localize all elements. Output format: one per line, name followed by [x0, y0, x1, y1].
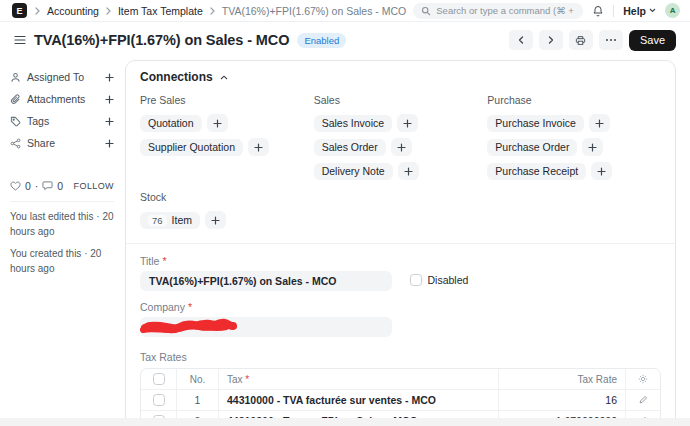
link-sales-invoice[interactable]: Sales Invoice — [314, 115, 392, 132]
add-purchase-order-button[interactable] — [582, 138, 603, 156]
link-purchase-invoice[interactable]: Purchase Invoice — [487, 115, 584, 132]
required-asterisk: * — [188, 301, 192, 313]
comment-count: 0 — [57, 180, 63, 192]
add-purchase-invoice-button[interactable] — [589, 114, 610, 132]
next-document-button[interactable] — [539, 30, 563, 50]
chevron-right-icon — [105, 7, 112, 15]
form-card: Connections Pre Sales Quotation Supplier… — [125, 60, 676, 426]
connections-header[interactable]: Connections — [140, 70, 661, 84]
sidebar-item-label: Attachments — [27, 93, 85, 105]
group-label: Sales — [314, 94, 488, 106]
user-avatar[interactable]: A — [665, 3, 680, 18]
assign-user-icon — [10, 72, 21, 83]
disabled-label: Disabled — [428, 274, 469, 286]
breadcrumb-item-tax-template[interactable]: Item Tax Template — [118, 5, 203, 17]
add-assignment-button[interactable] — [105, 73, 114, 82]
link-sales-order[interactable]: Sales Order — [314, 139, 386, 156]
company-field: Company * — [140, 301, 392, 337]
details-section: Title * TVA(16%)+FPI(1.67%) on Sales - M… — [126, 244, 675, 349]
sidebar-item-attachments[interactable]: Attachments — [10, 88, 114, 110]
global-search[interactable] — [413, 3, 583, 19]
title-field: Title * TVA(16%)+FPI(1.67%) on Sales - M… — [140, 255, 392, 291]
link-delivery-note[interactable]: Delivery Note — [314, 163, 393, 180]
connections-group-sales: Sales Sales Invoice Sales Order Delivery… — [314, 89, 488, 186]
breadcrumb: Accounting Item Tax Template TVA(16%)+FP… — [34, 5, 406, 17]
more-menu-button[interactable] — [599, 30, 623, 50]
add-sales-order-button[interactable] — [391, 138, 412, 156]
help-label: Help — [623, 5, 646, 17]
top-navbar: E Accounting Item Tax Template TVA(16%)+… — [0, 0, 690, 22]
link-quotation[interactable]: Quotation — [140, 115, 202, 132]
connections-group-purchase: Purchase Purchase Invoice Purchase Order… — [487, 89, 661, 186]
share-add-button[interactable] — [105, 139, 114, 148]
label-text: Title — [140, 255, 159, 267]
item-count-badge: 76 — [148, 215, 167, 226]
add-item-button[interactable] — [205, 211, 226, 229]
breadcrumb-accounting[interactable]: Accounting — [47, 5, 99, 17]
column-header-tax-rate: Tax Rate — [499, 369, 626, 389]
prev-document-button[interactable] — [509, 30, 533, 50]
print-button[interactable] — [569, 30, 593, 50]
printer-icon — [575, 35, 586, 46]
sidebar-toggle-icon[interactable] — [14, 35, 26, 45]
add-attachment-button[interactable] — [105, 95, 114, 104]
group-label: Pre Sales — [140, 94, 314, 106]
select-all-checkbox[interactable] — [153, 373, 165, 385]
table-row[interactable]: 1 44310000 - TVA facturée sur ventes - M… — [141, 389, 660, 410]
sidebar-divider — [10, 201, 114, 202]
disabled-checkbox[interactable] — [410, 274, 422, 286]
link-purchase-receipt[interactable]: Purchase Receipt — [487, 163, 586, 180]
follow-button[interactable]: FOLLOW — [74, 181, 114, 191]
tax-rates-label: Tax Rates — [140, 351, 661, 363]
link-supplier-quotation[interactable]: Supplier Quotation — [140, 139, 243, 156]
chevron-up-icon — [220, 75, 228, 80]
share-icon — [10, 138, 21, 149]
sidebar-item-label: Share — [27, 137, 55, 149]
tag-icon — [10, 116, 21, 127]
header-actions: Save — [509, 30, 676, 51]
link-item[interactable]: 76 Item — [140, 212, 200, 229]
paperclip-icon — [10, 94, 21, 105]
comment-icon[interactable] — [42, 181, 53, 191]
add-supplier-quotation-button[interactable] — [248, 138, 269, 156]
reactions-row: 0 · 0 FOLLOW — [10, 180, 114, 192]
bottom-strip — [0, 418, 690, 426]
company-input[interactable] — [140, 317, 392, 337]
add-purchase-receipt-button[interactable] — [591, 162, 612, 180]
save-button[interactable]: Save — [629, 30, 676, 51]
label-text: Company — [140, 301, 185, 313]
search-input[interactable] — [436, 5, 575, 16]
column-header-tax: Tax * — [219, 369, 499, 389]
add-sales-invoice-button[interactable] — [397, 114, 418, 132]
count-separator: · — [35, 180, 39, 192]
table-settings-gear-icon[interactable] — [638, 374, 648, 384]
sidebar-item-share[interactable]: Share — [10, 132, 114, 154]
title-input[interactable]: TVA(16%)+FPI(1.67%) on Sales - MCO — [140, 271, 392, 291]
row-checkbox[interactable] — [153, 394, 165, 406]
connections-group-pre-sales: Pre Sales Quotation Supplier Quotation — [140, 89, 314, 186]
column-header-no: No. — [177, 369, 219, 389]
chevron-right-icon — [34, 7, 41, 15]
edit-row-icon[interactable] — [638, 395, 648, 405]
tax-account-cell[interactable]: 44310000 - TVA facturée sur ventes - MCO — [219, 390, 499, 410]
label-text: Tax — [227, 374, 243, 385]
page-header: TVA(16%)+FPI(1.67%) on Sales - MCO Enabl… — [0, 22, 690, 56]
add-delivery-note-button[interactable] — [398, 162, 419, 180]
link-purchase-order[interactable]: Purchase Order — [487, 139, 577, 156]
title-field-label: Title * — [140, 255, 392, 267]
form-sidebar: Assigned To Attachments Tags Share 0 · 0… — [10, 60, 114, 426]
sidebar-item-assigned-to[interactable]: Assigned To — [10, 66, 114, 88]
app-logo-icon[interactable]: E — [12, 3, 27, 18]
row-number: 1 — [177, 390, 219, 410]
navbar-divider — [613, 5, 614, 17]
tax-rate-cell[interactable]: 16 — [499, 390, 626, 410]
help-menu[interactable]: Help — [623, 5, 656, 17]
required-asterisk: * — [245, 374, 249, 385]
connections-group-stock: Stock 76 Item — [140, 191, 661, 229]
breadcrumb-current: TVA(16%)+FPI(1.67%) on Sales - MCO — [222, 5, 407, 17]
sidebar-item-tags[interactable]: Tags — [10, 110, 114, 132]
heart-icon[interactable] — [10, 181, 21, 191]
notification-bell-icon[interactable] — [592, 5, 604, 17]
add-tag-button[interactable] — [105, 117, 114, 126]
add-quotation-button[interactable] — [207, 114, 228, 132]
